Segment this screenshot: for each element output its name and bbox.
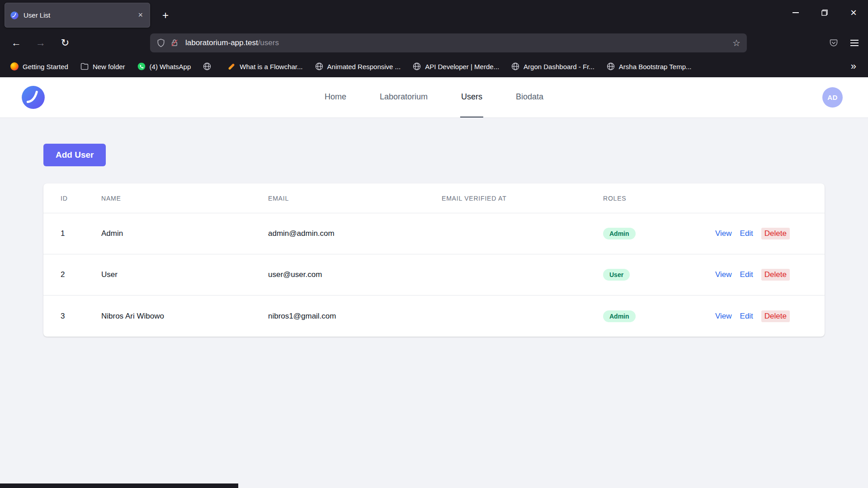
- col-header-email: EMAIL: [268, 195, 442, 202]
- url-path: /users: [258, 38, 279, 47]
- tab-close-icon[interactable]: ×: [136, 10, 145, 20]
- bookmark-label: New folder: [93, 63, 125, 70]
- site-favicon: [10, 11, 19, 20]
- pencil-icon: [227, 62, 236, 71]
- row-actions: View Edit Delete: [715, 310, 790, 322]
- view-link[interactable]: View: [715, 312, 732, 321]
- firefox-icon: [10, 62, 19, 71]
- nav-item-biodata[interactable]: Biodata: [515, 77, 544, 117]
- minimize-button[interactable]: [781, 0, 810, 25]
- bookmarks-bar: Getting Started New folder (4) WhatsApp: [0, 56, 868, 77]
- add-user-button[interactable]: Add User: [43, 144, 106, 166]
- globe-icon: [203, 62, 212, 71]
- col-header-id: ID: [61, 195, 101, 202]
- role-badge: Admin: [603, 310, 636, 322]
- bookmark-label: What is a Flowchar...: [240, 63, 302, 70]
- bookmark-item[interactable]: (4) WhatsApp: [137, 62, 191, 71]
- col-header-roles: ROLES: [603, 195, 715, 202]
- bookmark-item[interactable]: Animated Responsive ...: [315, 62, 401, 71]
- browser-toolbar: ← → ↻ laboratorium-app.test/users ☆: [0, 30, 868, 56]
- bookmark-item[interactable]: New folder: [80, 62, 125, 71]
- table-row: 2 User user@user.com User View Edit Dele…: [43, 254, 825, 296]
- table-row: 1 Admin admin@admin.com Admin View Edit …: [43, 213, 825, 254]
- bookmark-label: Getting Started: [23, 63, 68, 70]
- app-logo[interactable]: [21, 85, 45, 109]
- cell-id: 1: [61, 229, 101, 238]
- delete-button[interactable]: Delete: [761, 269, 790, 281]
- avatar[interactable]: AD: [822, 87, 843, 108]
- row-actions: View Edit Delete: [715, 269, 790, 281]
- cell-name: User: [101, 270, 268, 279]
- nav-item-users[interactable]: Users: [460, 77, 483, 117]
- delete-button[interactable]: Delete: [761, 228, 790, 239]
- new-tab-button[interactable]: +: [157, 3, 174, 28]
- bookmark-label: Animated Responsive ...: [327, 63, 401, 70]
- cell-email: admin@admin.com: [268, 229, 442, 238]
- whatsapp-icon: [137, 62, 146, 71]
- bookmark-label: API Developer | Merde...: [425, 63, 499, 70]
- bookmark-item[interactable]: Arsha Bootstrap Temp...: [606, 62, 692, 71]
- table-header-row: ID NAME EMAIL EMAIL VERIFIED AT ROLES: [43, 183, 825, 213]
- edit-link[interactable]: Edit: [740, 270, 753, 279]
- globe-icon: [606, 62, 615, 71]
- url-bar[interactable]: laboratorium-app.test/users ☆: [150, 33, 747, 52]
- globe-icon: [315, 62, 324, 71]
- role-badge: User: [603, 269, 630, 281]
- cell-id: 2: [61, 270, 101, 279]
- site-header: Home Laboratorium Users Biodata AD: [0, 77, 868, 118]
- col-header-name: NAME: [101, 195, 268, 202]
- toolbar-right: [829, 38, 868, 47]
- browser-tab[interactable]: User List ×: [5, 3, 150, 28]
- globe-icon: [412, 62, 421, 71]
- main-nav: Home Laboratorium Users Biodata: [324, 77, 544, 117]
- bookmark-star-icon[interactable]: ☆: [732, 38, 741, 48]
- url-domain: laboratorium-app.test: [185, 38, 258, 47]
- table-row: 3 Nibros Ari Wibowo nibros1@gmail.com Ad…: [43, 296, 825, 337]
- globe-icon: [511, 62, 520, 71]
- back-button[interactable]: ←: [7, 34, 25, 52]
- edit-link[interactable]: Edit: [740, 229, 753, 238]
- view-link[interactable]: View: [715, 270, 732, 279]
- cell-id: 3: [61, 312, 101, 321]
- bookmark-item[interactable]: API Developer | Merde...: [412, 62, 499, 71]
- tab-title: User List: [24, 11, 136, 19]
- cell-name: Nibros Ari Wibowo: [101, 312, 268, 321]
- restore-icon: [821, 9, 828, 16]
- pocket-icon[interactable]: [829, 38, 838, 47]
- bookmarks-overflow-chevron-icon[interactable]: »: [851, 61, 868, 72]
- delete-button[interactable]: Delete: [761, 310, 790, 322]
- edit-link[interactable]: Edit: [740, 312, 753, 321]
- bookmark-label: Arsha Bootstrap Temp...: [619, 63, 692, 70]
- restore-button[interactable]: [810, 0, 839, 25]
- role-badge: Admin: [603, 228, 636, 239]
- bookmark-label: (4) WhatsApp: [150, 63, 191, 70]
- url-text[interactable]: laboratorium-app.test/users: [185, 38, 728, 47]
- menu-hamburger-icon[interactable]: [850, 38, 859, 47]
- window-controls: ×: [781, 0, 868, 25]
- row-actions: View Edit Delete: [715, 228, 790, 239]
- users-table: ID NAME EMAIL EMAIL VERIFIED AT ROLES 1 …: [43, 183, 825, 337]
- nav-item-laboratorium[interactable]: Laboratorium: [379, 77, 429, 117]
- cell-email: nibros1@gmail.com: [268, 312, 442, 321]
- forward-button[interactable]: →: [32, 34, 50, 52]
- nav-item-home[interactable]: Home: [324, 77, 347, 117]
- cell-email: user@user.com: [268, 270, 442, 279]
- bookmark-item[interactable]: Getting Started: [10, 62, 68, 71]
- shield-icon[interactable]: [156, 38, 165, 47]
- refresh-button[interactable]: ↻: [56, 34, 74, 52]
- page-content: Add User ID NAME EMAIL EMAIL VERIFIED AT…: [0, 118, 868, 337]
- bookmark-item[interactable]: What is a Flowchar...: [227, 62, 302, 71]
- bookmark-item[interactable]: [203, 62, 215, 71]
- browser-window: User List × + × ← → ↻: [0, 0, 868, 488]
- close-window-button[interactable]: ×: [839, 0, 868, 25]
- tab-bar: User List × + ×: [0, 0, 868, 30]
- cell-name: Admin: [101, 229, 268, 238]
- bookmark-label: Argon Dashboard - Fr...: [524, 63, 594, 70]
- bookmark-item[interactable]: Argon Dashboard - Fr...: [511, 62, 594, 71]
- status-strip: [0, 483, 238, 488]
- folder-icon: [80, 62, 89, 71]
- insecure-lock-icon[interactable]: [170, 38, 179, 47]
- view-link[interactable]: View: [715, 229, 732, 238]
- minimize-icon: [793, 12, 799, 13]
- col-header-verified: EMAIL VERIFIED AT: [442, 195, 603, 202]
